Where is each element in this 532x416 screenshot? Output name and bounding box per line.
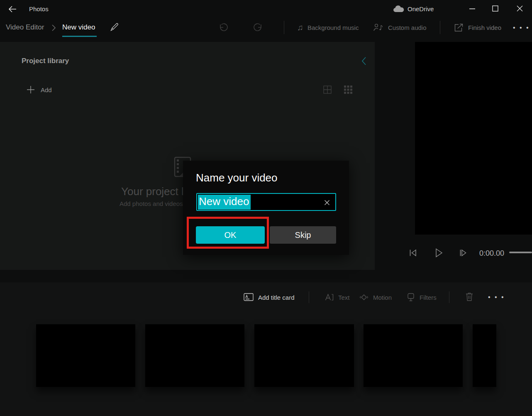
toolbar-divider xyxy=(309,291,309,303)
toolbar-divider xyxy=(449,291,449,303)
breadcrumb-chevron-icon xyxy=(51,24,56,32)
title-card-icon xyxy=(244,293,254,301)
video-name-selected-text: New video xyxy=(198,195,251,210)
next-frame-icon[interactable] xyxy=(459,248,467,257)
storyboard-clip-thumbnail[interactable] xyxy=(145,324,244,387)
grid-view-2x2-icon[interactable] xyxy=(323,86,332,94)
redo-icon[interactable] xyxy=(254,23,263,32)
add-title-card-button[interactable]: Add title card xyxy=(244,291,295,303)
dialog-title: Name your video xyxy=(196,172,278,184)
back-button[interactable] xyxy=(7,4,17,14)
collapse-panel-icon[interactable] xyxy=(361,56,367,66)
filters-label: Filters xyxy=(420,294,437,301)
grid-view-3x3-icon[interactable] xyxy=(344,86,352,94)
undo-icon[interactable] xyxy=(219,23,228,32)
storyboard-clip-thumbnail[interactable] xyxy=(364,324,463,387)
minimize-button[interactable] xyxy=(469,8,476,10)
text-button[interactable]: Text xyxy=(325,291,350,303)
previous-frame-icon[interactable] xyxy=(409,248,417,257)
more-options-icon[interactable]: • • • xyxy=(513,24,530,32)
playback-time: 0:00.00 xyxy=(479,249,504,258)
photos-app-window: Photos OneDrive Video Editor New video ♫… xyxy=(0,0,532,416)
motion-icon xyxy=(359,293,368,302)
motion-label: Motion xyxy=(373,294,392,301)
close-button[interactable] xyxy=(516,5,523,12)
finish-video-label: Finish video xyxy=(468,24,501,31)
toolbar-divider xyxy=(284,21,284,34)
app-title: Photos xyxy=(29,5,49,12)
add-title-card-label: Add title card xyxy=(258,294,295,301)
storyboard-clip-thumbnail[interactable] xyxy=(36,324,135,387)
person-note-icon xyxy=(373,22,384,32)
toolbar-divider xyxy=(440,21,440,34)
delete-trash-icon[interactable] xyxy=(465,292,473,301)
rename-pencil-icon[interactable] xyxy=(110,22,119,32)
add-label: Add xyxy=(41,86,52,93)
text-label: Text xyxy=(338,294,350,301)
storyboard-clip-thumbnail-partial[interactable] xyxy=(473,324,496,387)
music-note-icon: ♫ xyxy=(297,23,303,32)
custom-audio-label: Custom audio xyxy=(388,24,427,31)
onedrive-cloud-icon xyxy=(392,5,405,13)
breadcrumb-video-editor[interactable]: Video Editor xyxy=(6,23,44,32)
project-library-title: Project library xyxy=(22,57,69,65)
tab-new-video[interactable]: New video xyxy=(62,23,95,32)
custom-audio-button[interactable]: Custom audio xyxy=(373,21,427,34)
video-preview xyxy=(415,42,532,235)
seek-slider[interactable] xyxy=(509,252,532,253)
add-media-button[interactable]: Add xyxy=(26,85,52,95)
play-icon[interactable] xyxy=(434,247,443,258)
timeline-more-options-icon[interactable]: • • • xyxy=(488,294,505,301)
onedrive-button[interactable]: OneDrive xyxy=(408,5,434,12)
export-arrow-icon xyxy=(454,23,464,32)
skip-button-label: Skip xyxy=(295,230,311,240)
storyboard-clip-thumbnail[interactable] xyxy=(254,324,354,387)
annotation-highlight-box xyxy=(187,217,269,249)
maximize-button[interactable] xyxy=(492,5,498,12)
text-tool-icon xyxy=(325,293,334,302)
filters-icon xyxy=(407,293,415,302)
clear-input-icon[interactable] xyxy=(324,199,330,206)
filters-button[interactable]: Filters xyxy=(407,291,437,303)
video-name-input[interactable]: New video xyxy=(196,193,336,211)
motion-button[interactable]: Motion xyxy=(359,291,392,303)
background-music-label: Background music xyxy=(307,24,359,31)
active-tab-underline xyxy=(62,36,97,37)
plus-icon xyxy=(26,85,35,94)
finish-video-button[interactable]: Finish video xyxy=(454,21,501,34)
background-music-button[interactable]: ♫ Background music xyxy=(297,21,359,34)
skip-button[interactable]: Skip xyxy=(270,226,336,244)
